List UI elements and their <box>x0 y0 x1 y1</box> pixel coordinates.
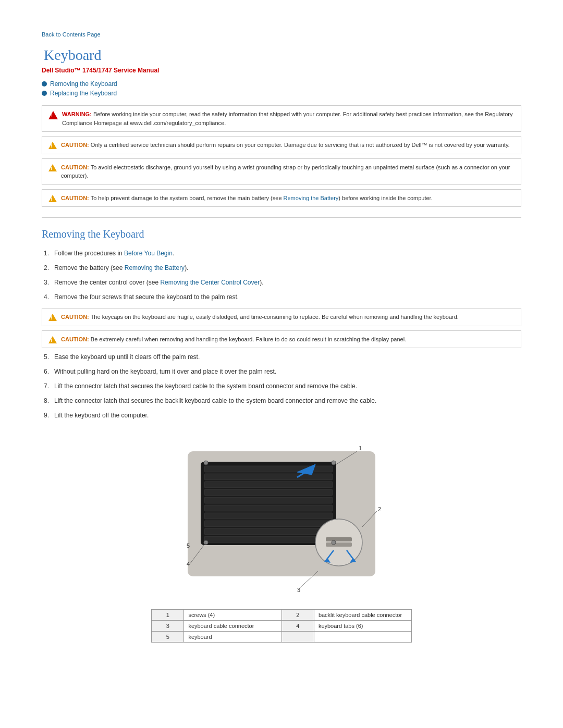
part-num: 5 <box>152 632 184 643</box>
part-num: 4 <box>282 621 314 632</box>
caution3-after: ) before working inside the computer. <box>338 195 432 201</box>
caution1-label: CAUTION: <box>61 142 89 148</box>
caution3-before: To help prevent damage to the system boa… <box>91 195 284 201</box>
caution-triangle-icon <box>48 164 57 171</box>
part-label: keyboard <box>184 632 282 643</box>
manual-title: Dell Studio™ 1745/1747 Service Manual <box>42 67 521 74</box>
section-divider <box>42 217 521 218</box>
step-1: Follow the procedures in Before You Begi… <box>42 249 521 258</box>
step1-before: Follow the procedures in <box>54 250 124 257</box>
caution-keyboard-label: CAUTION: <box>61 314 89 320</box>
step1-after: . <box>173 250 174 257</box>
warning-body: Before working inside your computer, rea… <box>62 111 513 126</box>
caution3-label: CAUTION: <box>61 195 89 201</box>
svg-rect-6 <box>204 497 333 503</box>
step-8: Lift the connector latch that secures th… <box>42 396 521 405</box>
step4-text: Remove the four screws that secure the k… <box>54 293 239 301</box>
part-num: 1 <box>152 610 184 621</box>
caution2-text: CAUTION: To avoid electrostatic discharg… <box>61 163 515 180</box>
step3-before: Remove the center control cover (see <box>54 279 160 286</box>
toc-item-replacing: Replacing the Keyboard <box>42 90 521 97</box>
caution-keyboard-body: The keycaps on the keyboard are fragile,… <box>91 314 459 320</box>
step9-text: Lift the keyboard off the computer. <box>54 412 149 419</box>
svg-text:5: 5 <box>187 542 190 549</box>
svg-rect-17 <box>326 537 352 541</box>
part-label <box>314 632 411 643</box>
svg-rect-7 <box>204 505 333 511</box>
step-9: Lift the keyboard off the computer. <box>42 411 521 420</box>
warning-notice: WARNING: Before working inside your comp… <box>42 105 521 132</box>
toc-link-removing[interactable]: Removing the Keyboard <box>50 80 117 88</box>
part-label: keyboard cable connector <box>184 621 282 632</box>
step3-link[interactable]: Removing the Center Control Cover <box>160 279 260 286</box>
step2-before: Remove the battery (see <box>54 264 125 272</box>
svg-rect-11 <box>204 536 333 542</box>
svg-rect-9 <box>204 521 333 527</box>
caution-keyboard-notice: CAUTION: The keycaps on the keyboard are… <box>42 308 521 326</box>
page-title: Keyboard <box>44 47 521 64</box>
toc-list: Removing the Keyboard Replacing the Keyb… <box>42 80 521 97</box>
svg-point-26 <box>332 540 336 545</box>
caution2-label: CAUTION: <box>61 164 89 170</box>
svg-rect-18 <box>326 542 352 547</box>
caution1-text: CAUTION: Only a certified service techni… <box>61 141 510 150</box>
caution2-body: To avoid electrostatic discharge, ground… <box>61 164 510 179</box>
caution1-notice: CAUTION: Only a certified service techni… <box>42 136 521 154</box>
caution2-notice: CAUTION: To avoid electrostatic discharg… <box>42 158 521 185</box>
svg-rect-5 <box>204 489 333 496</box>
bullet-icon <box>42 81 47 87</box>
step8-text: Lift the connector latch that secures th… <box>54 397 376 404</box>
back-to-contents-link[interactable]: Back to Contents Page <box>42 31 521 38</box>
step7-text: Lift the connector latch that secures th… <box>54 382 357 390</box>
step-3: Remove the center control cover (see Rem… <box>42 278 521 287</box>
step-2: Remove the battery (see Removing the Bat… <box>42 263 521 273</box>
svg-text:2: 2 <box>378 506 381 512</box>
caution3-notice: CAUTION: To help prevent damage to the s… <box>42 189 521 207</box>
steps-list-2: Ease the keyboard up until it clears off… <box>42 352 521 420</box>
svg-text:4: 4 <box>187 561 190 567</box>
svg-rect-4 <box>204 482 333 488</box>
step5-text: Ease the keyboard up until it clears off… <box>54 353 200 361</box>
table-row: 1 screws (4) 2 backlit keyboard cable co… <box>152 610 412 621</box>
svg-text:1: 1 <box>359 445 362 451</box>
keyboard-diagram: 1 2 3 4 5 <box>172 430 391 597</box>
caution-triangle-icon <box>48 142 57 149</box>
caution-triangle-icon <box>48 336 57 343</box>
part-label: backlit keyboard cable connector <box>314 610 411 621</box>
part-num: 2 <box>282 610 314 621</box>
removing-section-title: Removing the Keyboard <box>42 228 521 240</box>
table-row: 5 keyboard <box>152 632 412 643</box>
table-row: 3 keyboard cable connector 4 keyboard ta… <box>152 621 412 632</box>
keyboard-diagram-container: 1 2 3 4 5 <box>42 430 521 599</box>
warning-label: WARNING: <box>62 111 92 117</box>
caution-triangle-icon <box>48 314 57 321</box>
step-7: Lift the connector latch that secures th… <box>42 381 521 391</box>
part-num: 3 <box>152 621 184 632</box>
svg-rect-10 <box>204 528 333 535</box>
toc-item-removing: Removing the Keyboard <box>42 80 521 88</box>
step-4: Remove the four screws that secure the k… <box>42 292 521 302</box>
svg-rect-8 <box>204 513 333 519</box>
step-5: Ease the keyboard up until it clears off… <box>42 352 521 362</box>
toc-link-replacing[interactable]: Replacing the Keyboard <box>50 90 117 97</box>
warning-text: WARNING: Before working inside your comp… <box>62 110 515 127</box>
step2-link[interactable]: Removing the Battery <box>125 264 185 272</box>
caution-keyboard-text: CAUTION: The keycaps on the keyboard are… <box>61 313 459 322</box>
caution-careful-text: CAUTION: Be extremely careful when remov… <box>61 335 406 344</box>
caution-careful-label: CAUTION: <box>61 336 89 342</box>
part-label: screws (4) <box>184 610 282 621</box>
caution-careful-notice: CAUTION: Be extremely careful when remov… <box>42 330 521 349</box>
svg-point-24 <box>332 461 336 465</box>
step6-text: Without pulling hard on the keyboard, tu… <box>54 368 276 375</box>
svg-rect-3 <box>204 474 333 480</box>
step1-link[interactable]: Before You Begin <box>124 250 173 257</box>
svg-point-23 <box>204 461 208 465</box>
caution-careful-body: Be extremely careful when removing and h… <box>91 336 406 342</box>
part-label: keyboard tabs (6) <box>314 621 411 632</box>
parts-table: 1 screws (4) 2 backlit keyboard cable co… <box>151 609 412 643</box>
warning-triangle-icon <box>48 111 58 119</box>
step3-after: ). <box>260 279 263 286</box>
caution3-link[interactable]: Removing the Battery <box>284 195 339 201</box>
step-6: Without pulling hard on the keyboard, tu… <box>42 367 521 376</box>
caution3-text: CAUTION: To help prevent damage to the s… <box>61 194 433 203</box>
